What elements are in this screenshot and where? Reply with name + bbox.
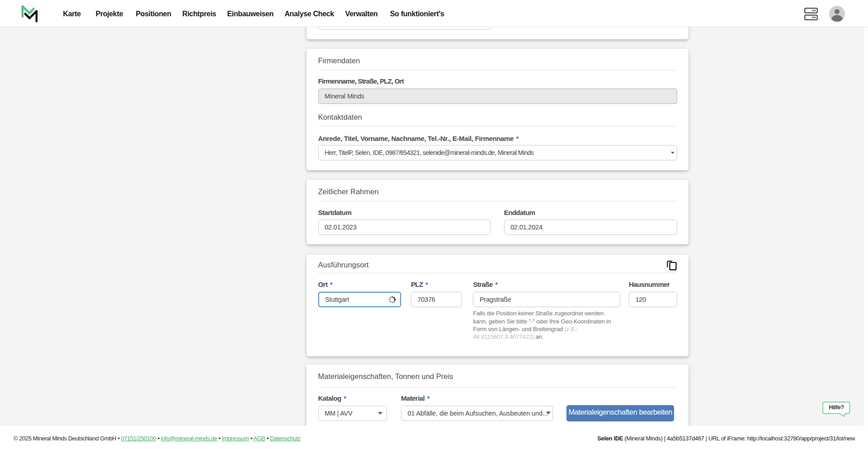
svg-text:Hilfe?: Hilfe? <box>829 404 844 411</box>
